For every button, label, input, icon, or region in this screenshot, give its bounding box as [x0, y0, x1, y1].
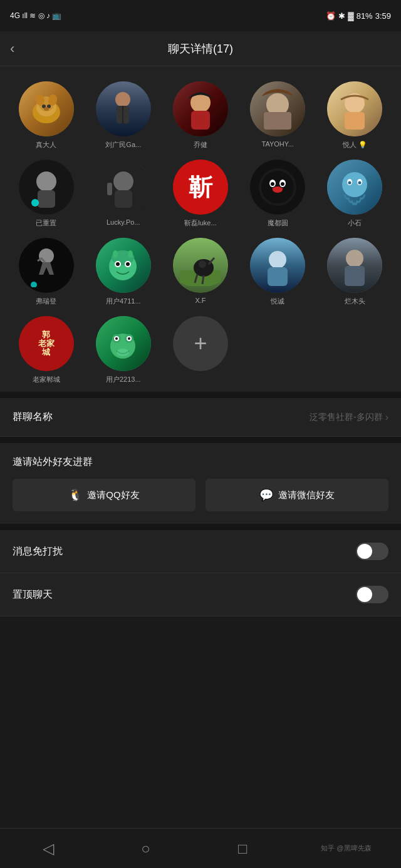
svg-point-48 — [199, 260, 206, 268]
invite-qq-button[interactable]: 🐧 邀请QQ好友 — [13, 479, 195, 511]
member-name: 乔健 — [173, 140, 228, 150]
avatar — [19, 81, 74, 136]
toggle-knob — [357, 587, 372, 602]
member-item[interactable]: Lucky.Po... — [87, 160, 159, 228]
mute-label: 消息免打扰 — [13, 545, 63, 558]
add-member-item[interactable]: + — [164, 316, 236, 384]
recent-nav-button[interactable]: □ — [224, 836, 261, 861]
home-nav-button[interactable]: ○ — [127, 836, 164, 861]
member-item[interactable]: 乔健 — [164, 81, 236, 150]
member-item[interactable]: 郭老家城 老家郸城 — [10, 316, 82, 384]
invite-section: 邀请站外好友进群 🐧 邀请QQ好友 💬 邀请微信好友 — [0, 443, 401, 524]
member-item[interactable]: X.F — [164, 238, 236, 306]
members-section: 真大人 刘广民Ga... 乔健 TAYO — [0, 66, 401, 392]
pin-label: 置顶聊天 — [13, 588, 53, 601]
alarm-icon: ⏰ — [326, 11, 336, 21]
member-item[interactable]: 悦人 💡 — [319, 81, 391, 150]
avatar: 郭老家城 — [19, 316, 74, 371]
divider-2 — [0, 437, 401, 443]
svg-point-28 — [281, 182, 284, 186]
avatar — [173, 81, 228, 136]
avatar — [96, 160, 151, 215]
member-item[interactable]: 真大人 — [10, 81, 82, 150]
svg-point-61 — [115, 337, 118, 340]
divider-3 — [0, 524, 401, 530]
member-item[interactable]: 小石 — [319, 160, 391, 228]
member-name: 烂木头 — [327, 297, 382, 306]
avatar: 靳 — [173, 160, 228, 215]
member-name: 老家郸城 — [19, 375, 74, 384]
wechat-icon: 💬 — [259, 488, 273, 502]
member-item[interactable]: 靳 靳磊luke... — [164, 160, 236, 228]
avatar — [250, 238, 305, 293]
svg-point-7 — [44, 107, 49, 111]
avatar — [96, 238, 151, 293]
svg-point-35 — [39, 248, 54, 263]
member-name: 悦人 💡 — [327, 140, 382, 150]
member-item[interactable]: 烂木头 — [319, 238, 391, 306]
page-title: 聊天详情(17) — [168, 41, 233, 56]
signal-indicator: 4G ıll ≋ ◎ ♪ 📺 — [10, 11, 61, 20]
svg-rect-14 — [264, 112, 291, 130]
svg-point-30 — [342, 172, 367, 197]
divider-1 — [0, 392, 401, 398]
members-grid: 真大人 刘广民Ga... 乔健 TAYO — [10, 81, 391, 384]
toggle-settings-section: 消息免打扰 置顶聊天 — [0, 530, 401, 616]
member-name: 用户2213... — [96, 375, 151, 384]
avatar — [327, 81, 382, 136]
member-name: 真大人 — [19, 140, 74, 150]
member-name: 弗瑞登 — [19, 297, 74, 306]
invite-wechat-button[interactable]: 💬 邀请微信好友 — [206, 479, 388, 511]
svg-point-52 — [269, 251, 286, 268]
member-item[interactable]: 弗瑞登 — [10, 238, 82, 306]
status-bar: 4G ıll ≋ ◎ ♪ 📺 ⏰ ✱ ▓ 81% 3:59 — [0, 0, 401, 31]
svg-point-34 — [358, 181, 361, 184]
member-item[interactable]: 已重置 — [10, 160, 82, 228]
mute-row: 消息免打扰 — [0, 530, 401, 573]
avatar — [327, 160, 382, 215]
bluetooth-icon: ✱ — [338, 11, 345, 21]
back-nav-button[interactable]: ◁ — [29, 836, 67, 861]
qq-icon: 🐧 — [68, 488, 82, 502]
watermark: 知乎 @黑啤先森 — [321, 844, 371, 853]
svg-point-33 — [348, 181, 351, 184]
plus-icon: + — [194, 332, 207, 355]
svg-point-19 — [31, 199, 39, 207]
group-name-row[interactable]: 群聊名称 泛零售社群-多闪群 › — [0, 398, 401, 437]
invite-qq-label: 邀请QQ好友 — [87, 489, 139, 501]
avatar — [327, 238, 382, 293]
member-name: 靳磊luke... — [173, 218, 228, 228]
member-name: TAYOHY... — [250, 140, 305, 148]
member-name: 已重置 — [19, 218, 74, 228]
svg-point-63 — [117, 349, 129, 356]
invite-buttons: 🐧 邀请QQ好友 💬 邀请微信好友 — [13, 479, 388, 511]
avatar — [19, 160, 74, 215]
svg-point-36 — [31, 282, 37, 287]
svg-point-43 — [113, 250, 118, 258]
svg-point-44 — [128, 250, 133, 258]
mute-toggle[interactable] — [356, 543, 388, 560]
add-member-button[interactable]: + — [173, 316, 228, 371]
member-item[interactable]: 悦诚 — [242, 238, 314, 306]
group-name-text: 泛零售社群-多闪群 — [310, 412, 383, 423]
settings-section: 群聊名称 泛零售社群-多闪群 › — [0, 398, 401, 437]
svg-point-27 — [271, 182, 274, 186]
invite-wechat-label: 邀请微信好友 — [278, 489, 335, 501]
back-button[interactable]: ‹ — [10, 41, 14, 57]
member-name: 小石 — [327, 218, 382, 228]
bottom-nav: ◁ ○ □ 知乎 @黑啤先森 — [0, 828, 401, 868]
svg-rect-55 — [345, 266, 365, 286]
avatar — [96, 316, 151, 371]
group-name-value: 泛零售社群-多闪群 › — [310, 412, 388, 423]
member-item[interactable]: TAYOHY... — [242, 81, 314, 150]
member-item[interactable]: 刘广民Ga... — [87, 81, 159, 150]
status-right: ⏰ ✱ ▓ 81% 3:59 — [326, 11, 391, 21]
member-item[interactable]: 魔都圆 — [242, 160, 314, 228]
svg-point-8 — [115, 92, 130, 107]
pin-toggle[interactable] — [356, 586, 388, 603]
svg-rect-22 — [107, 183, 112, 195]
battery-icon: ▓ — [348, 11, 353, 21]
member-item[interactable]: 用户4711... — [87, 238, 159, 306]
member-item[interactable]: 用户2213... — [87, 316, 159, 384]
avatar — [250, 160, 305, 215]
